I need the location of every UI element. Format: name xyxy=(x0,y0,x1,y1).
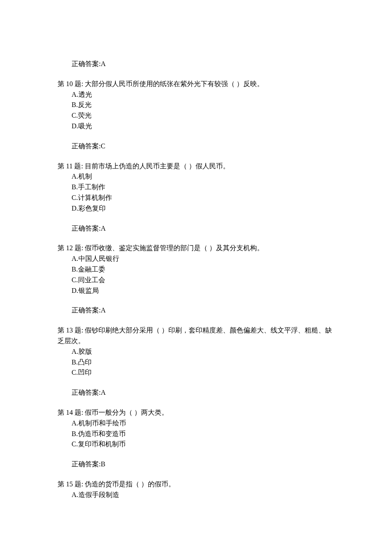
question-block: 第 11 题: 目前市场上伪造的人民币主要是（ ）假人民币。A.机制B.手工制作… xyxy=(58,161,334,234)
question-line: 第 10 题: 大部分假人民币所使用的纸张在紫外光下有较强（ ）反映。 xyxy=(58,79,334,90)
questions-container: 第 10 题: 大部分假人民币所使用的纸张在紫外光下有较强（ ）反映。A.透光B… xyxy=(58,79,334,500)
answer-label: 正确答案: xyxy=(72,225,101,232)
question-number: 15 xyxy=(66,480,73,488)
question-text: 假币一般分为（ ）两大类。 xyxy=(85,409,168,416)
option: D.彩色复印 xyxy=(58,203,334,214)
option: A.机制币和手绘币 xyxy=(58,418,334,429)
options-wrap: A.透光B.反光C.荧光D.吸光 xyxy=(58,90,334,132)
answer-label: 正确答案: xyxy=(72,460,101,468)
question-suffix: 题: xyxy=(72,162,84,170)
answer-label: 正确答案: xyxy=(72,389,101,396)
options-wrap: A.胶版B.凸印C.凹印 xyxy=(58,347,334,378)
previous-answer-block: 正确答案:A xyxy=(58,59,334,69)
options-wrap: A.中国人民银行B.金融工委C.同业工会D.银监局 xyxy=(58,254,334,296)
answer-value: A xyxy=(101,60,106,67)
question-number: 14 xyxy=(66,409,73,416)
answer-block: 正确答案:B xyxy=(58,459,334,470)
option: A.机制 xyxy=(58,171,334,182)
question-block: 第 12 题: 假币收缴、鉴定实施监督管理的部门是（ ）及其分支机构。A.中国人… xyxy=(58,243,334,316)
option: C.复印币和机制币 xyxy=(58,439,334,450)
question-number: 11 xyxy=(66,162,72,170)
question-number: 12 xyxy=(66,244,73,251)
question-prefix: 第 xyxy=(58,162,66,170)
option: B.凸印 xyxy=(58,357,334,368)
answer-value: C xyxy=(101,142,105,150)
answer-value: B xyxy=(101,460,105,468)
options-wrap: A.机制币和手绘币B.伪造币和变造币C.复印币和机制币 xyxy=(58,418,334,450)
answer-value: A xyxy=(101,306,106,314)
option: D.吸光 xyxy=(58,121,334,132)
question-suffix: 题: xyxy=(73,244,85,251)
option: A.中国人民银行 xyxy=(58,254,334,264)
answer-label: 正确答案: xyxy=(72,60,101,67)
options-wrap: A.机制B.手工制作C.计算机制作D.彩色复印 xyxy=(58,171,334,214)
question-prefix: 第 xyxy=(58,80,66,87)
question-block: 第 14 题: 假币一般分为（ ）两大类。A.机制币和手绘币B.伪造币和变造币C… xyxy=(58,408,334,470)
question-block: 第 13 题: 假钞印刷绝大部分采用（ ）印刷，套印精度差、颜色偏差大、线文平浮… xyxy=(58,325,334,398)
answer-value: A xyxy=(101,389,106,396)
question-text: 目前市场上伪造的人民币主要是（ ）假人民币。 xyxy=(85,162,230,170)
option: C.凹印 xyxy=(58,367,334,378)
question-prefix: 第 xyxy=(58,480,66,488)
question-line: 第 14 题: 假币一般分为（ ）两大类。 xyxy=(58,408,334,418)
question-suffix: 题: xyxy=(73,480,85,488)
question-prefix: 第 xyxy=(58,409,66,416)
question-text: 假钞印刷绝大部分采用（ ）印刷，套印精度差、颜色偏差大、线文平浮、粗糙、缺乏层次… xyxy=(58,327,332,344)
option: B.手工制作 xyxy=(58,182,334,193)
question-prefix: 第 xyxy=(58,327,66,334)
question-line: 第 15 题: 伪造的货币是指（ ）的假币。 xyxy=(58,479,334,490)
option: D.银监局 xyxy=(58,286,334,296)
answer-block: 正确答案:A xyxy=(58,387,334,398)
answer-block: 正确答案:A xyxy=(58,305,334,316)
question-text: 大部分假人民币所使用的纸张在紫外光下有较强（ ）反映。 xyxy=(85,80,264,87)
options-wrap: A.造假手段制造 xyxy=(58,490,334,500)
question-text: 伪造的货币是指（ ）的假币。 xyxy=(85,480,175,488)
question-line: 第 11 题: 目前市场上伪造的人民币主要是（ ）假人民币。 xyxy=(58,161,334,172)
question-line: 第 13 题: 假钞印刷绝大部分采用（ ）印刷，套印精度差、颜色偏差大、线文平浮… xyxy=(58,325,334,347)
question-number: 13 xyxy=(66,327,73,334)
option: B.金融工委 xyxy=(58,264,334,275)
option: B.伪造币和变造币 xyxy=(58,429,334,439)
question-prefix: 第 xyxy=(58,244,66,251)
question-suffix: 题: xyxy=(73,409,85,416)
option: B.反光 xyxy=(58,100,334,110)
option: C.荧光 xyxy=(58,110,334,121)
question-text: 假币收缴、鉴定实施监督管理的部门是（ ）及其分支机构。 xyxy=(85,244,264,251)
answer-block: 正确答案:A xyxy=(58,223,334,234)
option: A.胶版 xyxy=(58,347,334,357)
answer-value: A xyxy=(101,225,106,232)
question-block: 第 10 题: 大部分假人民币所使用的纸张在紫外光下有较强（ ）反映。A.透光B… xyxy=(58,79,334,152)
question-number: 10 xyxy=(66,80,73,87)
option: C.同业工会 xyxy=(58,275,334,286)
question-suffix: 题: xyxy=(73,80,85,87)
question-line: 第 12 题: 假币收缴、鉴定实施监督管理的部门是（ ）及其分支机构。 xyxy=(58,243,334,254)
answer-block: 正确答案:C xyxy=(58,141,334,152)
answer-label: 正确答案: xyxy=(72,142,101,150)
option: C.计算机制作 xyxy=(58,193,334,203)
option: A.透光 xyxy=(58,90,334,100)
question-block: 第 15 题: 伪造的货币是指（ ）的假币。A.造假手段制造 xyxy=(58,479,334,500)
answer-label: 正确答案: xyxy=(72,306,101,314)
option: A.造假手段制造 xyxy=(58,490,334,500)
question-suffix: 题: xyxy=(73,327,85,334)
